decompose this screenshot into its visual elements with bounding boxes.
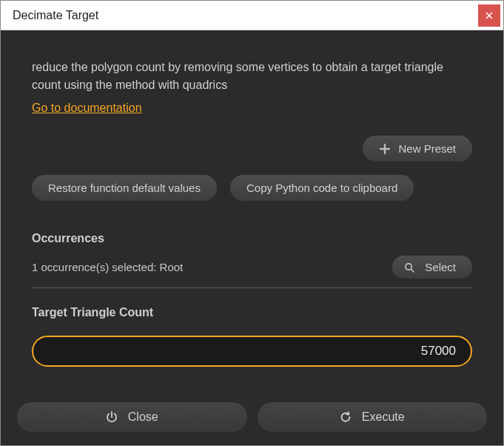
documentation-link[interactable]: Go to documentation [32, 101, 472, 115]
close-button-label: Close [128, 410, 158, 424]
plus-icon [379, 143, 391, 155]
occurrences-row: 1 occurrence(s) selected: Root Select [32, 256, 472, 288]
window-title: Decimate Target [13, 9, 98, 22]
inner-panel: reduce the polygon count by removing som… [2, 32, 502, 402]
target-count-heading: Target Triangle Count [32, 306, 472, 319]
occurrences-heading: Occurrences [32, 232, 472, 245]
occurrences-text: 1 occurrence(s) selected: Root [32, 261, 383, 273]
search-icon [404, 262, 414, 273]
select-label: Select [425, 261, 456, 273]
restore-defaults-label: Restore function default values [48, 182, 201, 194]
execute-button-label: Execute [362, 410, 405, 424]
target-triangle-count-input[interactable] [32, 336, 472, 367]
new-preset-label: New Preset [398, 142, 456, 155]
titlebar: Decimate Target [1, 1, 503, 30]
select-button[interactable]: Select [392, 256, 472, 279]
description-text: reduce the polygon count by removing som… [32, 59, 472, 94]
restore-defaults-button[interactable]: Restore function default values [32, 175, 217, 201]
close-icon [485, 12, 493, 19]
copy-python-button[interactable]: Copy Python code to clipboard [230, 175, 414, 201]
preset-row: New Preset [32, 136, 472, 162]
content-panel: reduce the polygon count by removing som… [1, 30, 503, 445]
power-icon [106, 411, 118, 423]
copy-python-label: Copy Python code to clipboard [246, 182, 397, 194]
dialog-window: Decimate Target reduce the polygon count… [0, 0, 504, 446]
new-preset-button[interactable]: New Preset [363, 136, 472, 162]
execute-button[interactable]: Execute [258, 402, 488, 432]
action-row: Restore function default values Copy Pyt… [32, 175, 472, 201]
window-close-button[interactable] [478, 4, 500, 27]
close-button[interactable]: Close [17, 402, 247, 432]
refresh-icon [340, 411, 352, 423]
footer-row: Close Execute [2, 402, 502, 444]
target-count-field-wrap [32, 336, 472, 367]
